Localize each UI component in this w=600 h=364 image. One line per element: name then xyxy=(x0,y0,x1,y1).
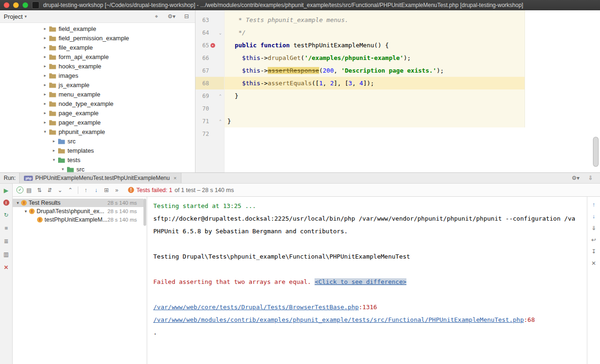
tree-item-form_api_example[interactable]: ▸form_api_example xyxy=(0,52,195,61)
tree-item-phpunit_example[interactable]: ▾phpunit_example xyxy=(0,127,195,136)
chevron-down-icon[interactable]: ▼ xyxy=(15,201,21,205)
toggle-auto-test-icon[interactable]: ↻ xyxy=(1,211,11,219)
tree-item-menu_example[interactable]: ▸menu_example xyxy=(0,89,195,99)
console-view-icon[interactable]: ▥ xyxy=(1,251,11,258)
stop-icon[interactable]: ■ xyxy=(1,224,11,232)
next-failed-test-icon[interactable]: ↓ xyxy=(91,186,101,194)
project-panel-title[interactable]: Project xyxy=(4,13,22,20)
zoom-button[interactable] xyxy=(22,2,28,8)
rerun-icon[interactable]: ▶ xyxy=(1,186,11,194)
test-history-icon[interactable]: ⊞ xyxy=(102,186,111,194)
test-tree-row[interactable]: ▼!Test Results28 s 140 ms xyxy=(13,199,143,207)
editor[interactable]: 6364⌄65▸66676869⌃7071⌃72 * Tests phpunit… xyxy=(195,10,600,172)
chevron-right-icon[interactable]: ▸ xyxy=(41,36,49,40)
hide-panel-icon[interactable]: ⇩ xyxy=(586,174,595,182)
code-line-67[interactable]: $this->assertResponse(200, 'Description … xyxy=(225,64,592,77)
expand-all-icon[interactable]: ⌄ xyxy=(55,186,65,194)
tree-item-templates[interactable]: ▸templates xyxy=(0,146,195,155)
tree-item-src[interactable]: ▾src xyxy=(0,164,195,172)
clear-console-icon[interactable]: ✕ xyxy=(589,260,599,267)
console-link[interactable]: <Click to see difference> xyxy=(315,278,406,285)
sort-alphabetically-icon[interactable]: ⇵ xyxy=(45,186,54,194)
test-tree-scrollbar-thumb[interactable] xyxy=(143,199,146,226)
close-icon[interactable]: ✕ xyxy=(1,264,11,271)
code-line-69[interactable]: } xyxy=(225,89,592,102)
chevron-right-icon[interactable]: ▸ xyxy=(50,139,58,143)
code-line-72[interactable] xyxy=(225,127,592,140)
run-toolbar: ✔▤⇅⇵⌄⌃↑↓⊞» ! Tests failed: 1 of 1 test –… xyxy=(13,184,600,197)
next-stacktrace-icon[interactable]: ↓ xyxy=(589,213,599,220)
tree-item-node_type_example[interactable]: ▸node_type_example xyxy=(0,99,195,108)
code-line-64[interactable]: */ xyxy=(225,26,592,39)
locate-file-icon[interactable]: ⌖ xyxy=(152,13,161,20)
close-button[interactable] xyxy=(4,2,9,8)
chevron-right-icon[interactable]: ▸ xyxy=(50,148,58,153)
console-line: Testing started at 13:25 ... xyxy=(153,200,587,212)
chevron-right-icon[interactable]: ▸ xyxy=(41,111,49,115)
test-tree-row[interactable]: !testPhpUnitExampleM...28 s 140 ms xyxy=(13,215,143,224)
soft-wrap-icon[interactable]: ↩ xyxy=(589,236,599,244)
code-line-63[interactable]: * Tests phpunit_example menus. xyxy=(225,14,592,26)
sort-by-duration-icon[interactable]: ⇅ xyxy=(35,186,44,194)
chevron-right-icon[interactable]: ▸ xyxy=(41,54,49,59)
chevron-right-icon[interactable]: ▸ xyxy=(41,82,49,87)
console-line: Testing Drupal\Tests\phpunit_example\Fun… xyxy=(153,250,587,263)
tree-item-js_example[interactable]: ▸js_example xyxy=(0,80,195,89)
chevron-right-icon[interactable]: ▸ xyxy=(41,120,49,125)
dump-threads-icon[interactable]: ≣ xyxy=(1,238,11,245)
settings-icon[interactable]: ⚙▾ xyxy=(167,13,176,20)
console-text: Testing started at 13:25 ... xyxy=(153,202,256,209)
run-test-failed-icon[interactable]: ▸ xyxy=(210,43,215,48)
test-console-output[interactable]: Testing started at 13:25 ...sftp://docke… xyxy=(147,197,587,364)
code-line-66[interactable]: $this->drupalGet('/examples/phpunit-exam… xyxy=(225,52,592,64)
chevron-right-icon[interactable]: ▸ xyxy=(41,45,49,50)
previous-failed-test-icon[interactable]: ↑ xyxy=(81,186,90,194)
chevron-down-icon[interactable]: ▾ xyxy=(50,157,58,162)
tree-item-page_example[interactable]: ▸page_example xyxy=(0,108,195,118)
chevron-down-icon[interactable]: ▾ xyxy=(24,14,27,19)
tree-item-images[interactable]: ▸images xyxy=(0,71,195,80)
settings-icon[interactable]: ⚙▾ xyxy=(571,174,580,182)
chevron-right-icon[interactable]: ▸ xyxy=(41,101,49,106)
tree-item-field_example[interactable]: ▸field_example xyxy=(0,24,195,33)
fold-down-icon[interactable]: ⌄ xyxy=(217,30,224,35)
hide-panel-icon[interactable]: ⊟ xyxy=(182,13,191,20)
test-failed-icon: ! xyxy=(37,217,43,223)
tree-item-pager_example[interactable]: ▸pager_example xyxy=(0,118,195,127)
code-line-70[interactable] xyxy=(225,102,592,115)
tree-item-field_permission_example[interactable]: ▸field_permission_example xyxy=(0,33,195,43)
collapse-all-icon[interactable]: ⌃ xyxy=(66,186,75,194)
minimize-button[interactable] xyxy=(13,2,19,8)
tree-item-src[interactable]: ▸src xyxy=(0,136,195,146)
chevron-right-icon[interactable]: ▸ xyxy=(41,26,49,31)
console-text: . xyxy=(153,329,157,336)
code-line-65[interactable]: public function testPhpUnitExampleMenu()… xyxy=(225,39,592,52)
chevron-down-icon[interactable]: ▾ xyxy=(41,129,49,134)
more-options-icon[interactable]: » xyxy=(112,186,121,194)
run-tab[interactable]: php PHPUnitExampleMenuTest.testPhpUnitEx… xyxy=(19,173,181,183)
test-tree-row[interactable]: ▼!Drupal\Tests\phpunit_ex...28 s 140 ms xyxy=(13,207,143,215)
rerun-failed-tests-icon[interactable]: ! xyxy=(3,200,9,206)
show-console-icon[interactable]: ▤ xyxy=(24,186,34,194)
chevron-right-icon[interactable]: ▸ xyxy=(41,73,49,78)
fold-up-icon[interactable]: ⌃ xyxy=(217,94,224,98)
chevron-right-icon[interactable]: ▸ xyxy=(41,92,49,97)
fold-up-icon[interactable]: ⌃ xyxy=(217,119,224,124)
editor-scrollbar-thumb[interactable] xyxy=(593,137,599,167)
tree-item-tests[interactable]: ▾tests xyxy=(0,155,195,164)
console-link[interactable]: /var/www/web/core/tests/Drupal/Tests/Bro… xyxy=(153,304,359,311)
tree-item-file_example[interactable]: ▸file_example xyxy=(0,43,195,52)
scroll-to-end-icon[interactable]: ↧ xyxy=(589,248,599,255)
prev-stacktrace-icon[interactable]: ↑ xyxy=(589,201,599,208)
export-test-results-icon[interactable]: ⇓ xyxy=(589,224,599,232)
chevron-right-icon[interactable]: ▸ xyxy=(41,64,49,68)
show-passed-icon[interactable]: ✔ xyxy=(16,186,23,193)
chevron-down-icon[interactable]: ▼ xyxy=(22,209,29,214)
close-tab-icon[interactable]: × xyxy=(173,175,176,181)
tree-item-hooks_example[interactable]: ▸hooks_example xyxy=(0,61,195,71)
code-line-71[interactable]: } xyxy=(225,115,592,127)
code-line-68[interactable]: $this->assertEquals([1, 2], [3, 4]); xyxy=(225,77,592,89)
console-link[interactable]: /var/www/web/modules/contrib/examples/ph… xyxy=(153,316,524,323)
editor-code[interactable]: * Tests phpunit_example menus. */ public… xyxy=(225,10,592,140)
chevron-down-icon[interactable]: ▾ xyxy=(59,167,67,171)
